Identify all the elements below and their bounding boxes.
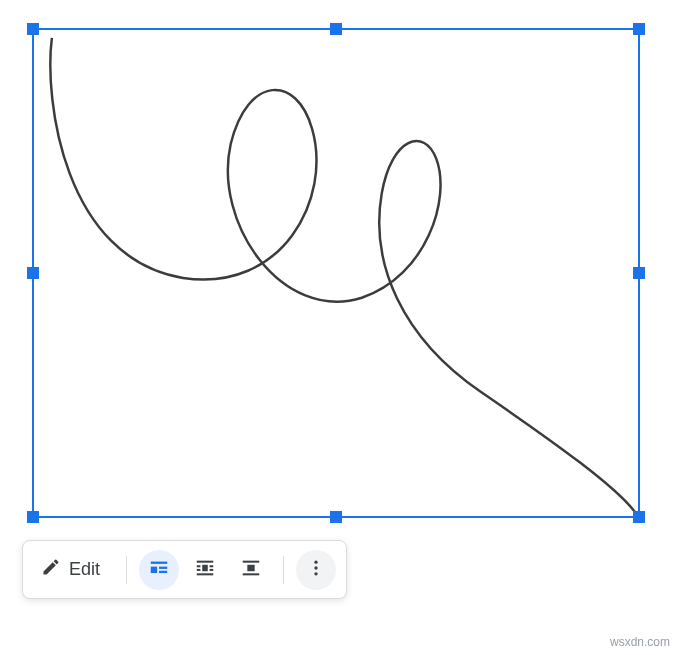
wrap-text-icon — [194, 557, 216, 582]
wrap-inline-icon — [148, 557, 170, 582]
svg-rect-4 — [197, 561, 214, 563]
drawing-canvas — [34, 30, 638, 516]
svg-rect-1 — [151, 567, 157, 573]
watermark-text: wsxdn.com — [610, 635, 670, 649]
svg-rect-6 — [202, 565, 208, 571]
edit-button[interactable]: Edit — [33, 549, 114, 590]
svg-rect-2 — [159, 567, 167, 569]
resize-handle-middle-left[interactable] — [27, 267, 39, 279]
toolbar-divider — [283, 556, 284, 584]
svg-rect-13 — [243, 573, 260, 575]
resize-handle-middle-right[interactable] — [633, 267, 645, 279]
svg-point-14 — [314, 561, 317, 564]
svg-point-15 — [314, 566, 317, 569]
more-vertical-icon — [306, 558, 326, 581]
svg-rect-10 — [197, 573, 214, 575]
resize-handle-top-right[interactable] — [633, 23, 645, 35]
edit-button-label: Edit — [69, 559, 100, 580]
svg-rect-9 — [210, 569, 214, 571]
image-options-toolbar: Edit — [22, 540, 347, 599]
svg-rect-7 — [210, 565, 214, 567]
break-text-button[interactable] — [231, 550, 271, 590]
svg-rect-12 — [247, 565, 254, 571]
svg-rect-0 — [151, 562, 168, 564]
wrap-inline-button[interactable] — [139, 550, 179, 590]
svg-rect-8 — [197, 569, 201, 571]
resize-handle-bottom-middle[interactable] — [330, 511, 342, 523]
more-options-button[interactable] — [296, 550, 336, 590]
svg-rect-5 — [197, 565, 201, 567]
drawing-selection-box[interactable] — [32, 28, 640, 518]
svg-rect-11 — [243, 561, 260, 563]
svg-rect-3 — [159, 571, 167, 573]
resize-handle-top-left[interactable] — [27, 23, 39, 35]
resize-handle-bottom-right[interactable] — [633, 511, 645, 523]
break-text-icon — [240, 557, 262, 582]
wrap-text-button[interactable] — [185, 550, 225, 590]
svg-point-16 — [314, 572, 317, 575]
toolbar-divider — [126, 556, 127, 584]
resize-handle-top-middle[interactable] — [330, 23, 342, 35]
pencil-icon — [41, 557, 61, 582]
resize-handle-bottom-left[interactable] — [27, 511, 39, 523]
